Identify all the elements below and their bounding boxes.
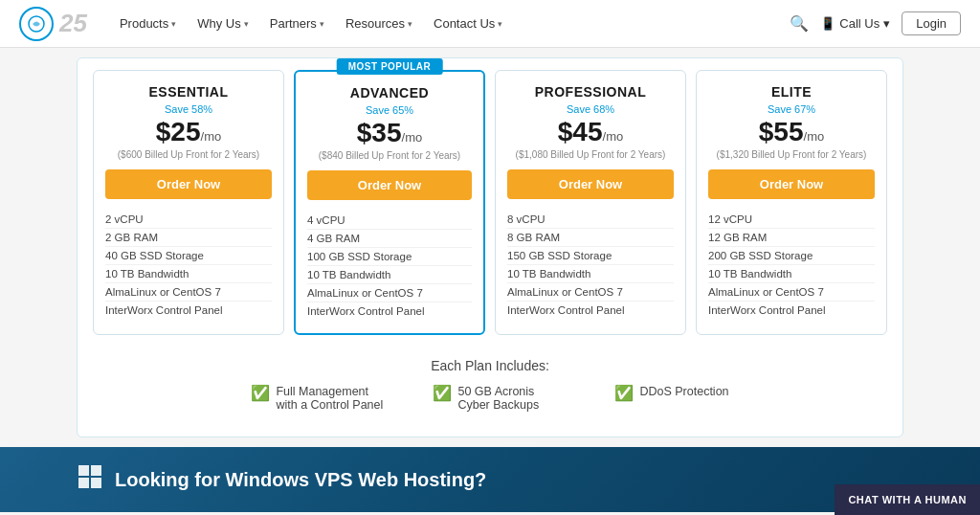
include-text-0: Full Management with a Control Panel — [276, 385, 385, 412]
order-btn-essential[interactable]: Order Now — [105, 169, 272, 199]
feature-item: InterWorx Control Panel — [708, 302, 875, 319]
include-item-2: ✅ DDoS Protection — [614, 385, 728, 412]
features-professional: 8 vCPU 8 GB RAM 150 GB SSD Storage 10 TB… — [507, 211, 674, 319]
chevron-down-icon: ▾ — [244, 19, 249, 29]
nav-right: 🔍 📱 Call Us ▾ Login — [790, 11, 961, 35]
include-text-1: 50 GB Acronis Cyber Backups — [457, 385, 567, 412]
price-mo-essential: /mo — [201, 129, 222, 144]
pricing-container: ESSENTIAL Save 58% $25/mo ($600 Billed U… — [77, 57, 903, 437]
feature-item: 8 GB RAM — [507, 229, 674, 247]
windows-icon — [77, 463, 103, 496]
chevron-down-icon: ▾ — [883, 16, 890, 31]
chat-button[interactable]: CHAT WITH A HUMAN — [835, 484, 980, 515]
price-mo-professional: /mo — [603, 129, 624, 144]
check-icon: ✅ — [433, 384, 452, 402]
nav-products[interactable]: Products ▾ — [110, 11, 186, 36]
include-item-1: ✅ 50 GB Acronis Cyber Backups — [433, 385, 567, 412]
chevron-down-icon: ▾ — [408, 19, 412, 29]
feature-item: 100 GB SSD Storage — [307, 248, 472, 266]
price-amount-advanced: $35 — [357, 118, 402, 147]
plan-price-elite: $55/mo — [708, 117, 875, 147]
include-item-0: ✅ Full Management with a Control Panel — [251, 385, 385, 412]
svg-rect-2 — [91, 465, 101, 476]
plan-save-advanced: Save 65% — [307, 104, 472, 116]
plan-name-elite: ELITE — [708, 84, 875, 100]
plan-save-elite: Save 67% — [708, 103, 875, 115]
chevron-down-icon: ▾ — [320, 19, 324, 29]
feature-item: 8 vCPU — [507, 211, 674, 229]
logo-25: 25 — [59, 9, 87, 38]
feature-item: InterWorx Control Panel — [507, 302, 674, 319]
logo[interactable]: 25 — [19, 7, 87, 41]
search-icon[interactable]: 🔍 — [790, 14, 809, 33]
nav-whyus[interactable]: Why Us ▾ — [188, 11, 258, 36]
plan-elite: ELITE Save 67% $55/mo ($1,320 Billed Up … — [696, 70, 887, 335]
nav-partners[interactable]: Partners ▾ — [260, 11, 334, 36]
feature-item: 2 vCPU — [105, 211, 272, 229]
phone-icon: 📱 — [820, 16, 835, 31]
feature-item: 12 vCPU — [708, 211, 875, 229]
feature-item: 10 TB Bandwidth — [307, 266, 472, 284]
call-us[interactable]: 📱 Call Us ▾ — [820, 16, 890, 31]
features-elite: 12 vCPU 12 GB RAM 200 GB SSD Storage 10 … — [708, 211, 875, 319]
includes-title: Each Plan Includes: — [93, 358, 887, 373]
order-btn-advanced[interactable]: Order Now — [307, 170, 472, 200]
feature-item: AlmaLinux or CentOS 7 — [507, 283, 674, 302]
features-advanced: 4 vCPU 4 GB RAM 100 GB SSD Storage 10 TB… — [307, 212, 472, 320]
svg-rect-3 — [78, 478, 89, 488]
plan-name-essential: ESSENTIAL — [105, 84, 272, 100]
price-amount-elite: $55 — [759, 117, 804, 146]
nav-resources[interactable]: Resources ▾ — [336, 11, 422, 36]
feature-item: 10 TB Bandwidth — [507, 265, 674, 283]
plan-billed-professional: ($1,080 Billed Up Front for 2 Years) — [507, 149, 674, 160]
price-mo-advanced: /mo — [402, 130, 423, 145]
feature-item: 2 GB RAM — [105, 229, 272, 247]
login-button[interactable]: Login — [902, 11, 961, 35]
svg-rect-1 — [78, 465, 89, 476]
feature-item: 10 TB Bandwidth — [708, 265, 875, 283]
plan-price-essential: $25/mo — [105, 117, 272, 147]
plan-billed-elite: ($1,320 Billed Up Front for 2 Years) — [708, 149, 875, 160]
pricing-grid: ESSENTIAL Save 58% $25/mo ($600 Billed U… — [93, 70, 887, 335]
feature-item: InterWorx Control Panel — [307, 302, 472, 320]
chevron-down-icon: ▾ — [171, 19, 176, 29]
banner-text: Looking for Windows VPS Web Hosting? — [115, 469, 486, 491]
feature-item: AlmaLinux or CentOS 7 — [708, 283, 875, 302]
price-mo-elite: /mo — [804, 129, 825, 144]
check-icon: ✅ — [614, 384, 634, 402]
check-icon: ✅ — [251, 384, 270, 402]
feature-item: AlmaLinux or CentOS 7 — [105, 283, 272, 302]
feature-item: 10 TB Bandwidth — [105, 265, 272, 283]
main-content: ESSENTIAL Save 58% $25/mo ($600 Billed U… — [0, 48, 980, 447]
feature-item: 150 GB SSD Storage — [507, 247, 674, 265]
plan-price-advanced: $35/mo — [307, 118, 472, 148]
chevron-down-icon: ▾ — [498, 19, 502, 29]
feature-item: InterWorx Control Panel — [105, 302, 272, 319]
price-amount-professional: $45 — [558, 117, 603, 146]
svg-rect-4 — [91, 478, 101, 488]
feature-item: 12 GB RAM — [708, 229, 875, 247]
feature-item: 40 GB SSD Storage — [105, 247, 272, 265]
order-btn-professional[interactable]: Order Now — [507, 169, 674, 199]
plan-professional: PROFESSIONAL Save 68% $45/mo ($1,080 Bil… — [495, 70, 686, 335]
includes-section: Each Plan Includes: ✅ Full Management wi… — [93, 354, 887, 421]
feature-item: 200 GB SSD Storage — [708, 247, 875, 265]
plan-save-professional: Save 68% — [507, 103, 674, 115]
plan-save-essential: Save 58% — [105, 103, 272, 115]
logo-icon — [19, 7, 54, 41]
feature-item: AlmaLinux or CentOS 7 — [307, 284, 472, 302]
most-popular-badge: MOST POPULAR — [337, 58, 443, 75]
plan-billed-essential: ($600 Billed Up Front for 2 Years) — [105, 149, 272, 160]
plan-name-advanced: ADVANCED — [307, 85, 472, 101]
nav-items: Products ▾ Why Us ▾ Partners ▾ Resources… — [110, 11, 782, 36]
include-text-2: DDoS Protection — [639, 385, 728, 398]
bottom-banner: Looking for Windows VPS Web Hosting? — [0, 447, 980, 512]
plan-name-professional: PROFESSIONAL — [507, 84, 674, 100]
plan-price-professional: $45/mo — [507, 117, 674, 147]
plan-advanced: MOST POPULAR ADVANCED Save 65% $35/mo ($… — [294, 70, 485, 335]
feature-item: 4 GB RAM — [307, 230, 472, 248]
includes-items: ✅ Full Management with a Control Panel ✅… — [93, 385, 887, 412]
nav-contactus[interactable]: Contact Us ▾ — [424, 11, 512, 36]
plan-billed-advanced: ($840 Billed Up Front for 2 Years) — [307, 150, 472, 161]
order-btn-elite[interactable]: Order Now — [708, 169, 875, 199]
